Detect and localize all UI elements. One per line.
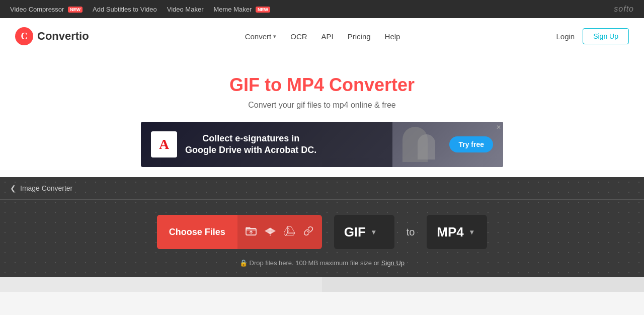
nav-help[interactable]: Help [385, 32, 400, 41]
svg-point-8 [270, 234, 271, 235]
ad-image: Try free ✕ [392, 122, 503, 167]
ad-left: A Collect e-signatures inGoogle Drive wi… [141, 123, 392, 166]
hero-section: GIF to MP4 Converter Convert your gif fi… [0, 54, 644, 177]
new-badge-video-compressor: NEW [68, 7, 83, 13]
hero-title: GIF to MP4 Converter [10, 74, 634, 96]
upload-icons [237, 215, 322, 249]
folder-upload-icon[interactable] [246, 226, 257, 239]
adobe-letter: A [159, 136, 169, 152]
lock-icon: 🔒 [239, 259, 248, 267]
svg-marker-11 [285, 233, 294, 236]
drop-instruction: Drop files here. 100 MB maximum file siz… [250, 259, 380, 267]
from-format-selector[interactable]: GIF ▾ [334, 215, 394, 249]
hero-subtitle: Convert your gif files to mp4 online & f… [10, 101, 634, 110]
converter-section: ❮ Image Converter Choose Files [0, 177, 644, 277]
dropbox-icon[interactable] [265, 226, 276, 239]
try-free-button[interactable]: Try free [449, 136, 493, 152]
ad-title: Collect e-signatures inGoogle Drive with… [185, 133, 316, 156]
bottom-strip-right [322, 277, 644, 292]
to-format-chevron-icon: ▾ [470, 228, 473, 236]
bottom-strip [0, 277, 644, 292]
adobe-logo: A [151, 131, 177, 158]
choose-files-button[interactable]: Choose Files [157, 215, 237, 249]
ad-banner: A Collect e-signatures inGoogle Drive wi… [141, 122, 503, 167]
top-banner-links: Video Compressor NEW Add Subtitles to Vi… [10, 6, 270, 13]
to-format-label: MP4 [437, 224, 463, 240]
top-banner-add-subtitles[interactable]: Add Subtitles to Video [93, 6, 157, 13]
svg-text:C: C [21, 31, 28, 41]
softo-logo: softo [614, 5, 634, 14]
ad-text-block: Collect e-signatures inGoogle Drive with… [185, 133, 316, 156]
nav-convert[interactable]: Convert ▾ [245, 32, 277, 41]
breadcrumb: ❮ Image Converter [0, 177, 644, 200]
top-banner: Video Compressor NEW Add Subtitles to Vi… [0, 0, 644, 18]
drop-zone-text: 🔒 Drop files here. 100 MB maximum file s… [0, 259, 644, 267]
top-banner-meme-maker[interactable]: Meme Maker NEW [213, 6, 270, 13]
convertio-logo-icon: C [15, 27, 33, 45]
breadcrumb-back-icon: ❮ [10, 184, 16, 192]
login-button[interactable]: Login [556, 32, 575, 41]
ad-close-icon[interactable]: ✕ [496, 124, 501, 131]
top-banner-video-compressor[interactable]: Video Compressor NEW [10, 6, 83, 13]
logo-link[interactable]: C Convertio [15, 27, 89, 45]
nav-ocr[interactable]: OCR [290, 32, 307, 41]
nav-pricing[interactable]: Pricing [348, 32, 371, 41]
convert-chevron-icon: ▾ [273, 33, 276, 40]
logo-text: Convertio [37, 30, 89, 43]
signup-button[interactable]: Sign Up [583, 28, 629, 44]
nav-api[interactable]: API [321, 32, 334, 41]
main-nav: Convert ▾ OCR API Pricing Help [245, 32, 400, 41]
from-format-chevron-icon: ▾ [372, 228, 375, 236]
header: C Convertio Convert ▾ OCR API Pricing He… [0, 18, 644, 54]
url-link-icon[interactable] [303, 226, 314, 239]
choose-files-area: Choose Files [157, 215, 322, 249]
nav-right: Login Sign Up [556, 28, 629, 44]
drop-signup-link[interactable]: Sign Up [381, 259, 405, 267]
bottom-strip-left [0, 277, 322, 292]
breadcrumb-label: Image Converter [20, 184, 72, 192]
google-drive-icon[interactable] [284, 226, 295, 239]
converter-main: Choose Files [0, 200, 644, 259]
new-badge-meme-maker: NEW [256, 7, 270, 13]
to-format-selector[interactable]: MP4 ▾ [427, 215, 487, 249]
from-format-label: GIF [344, 224, 366, 240]
top-banner-video-maker[interactable]: Video Maker [167, 6, 204, 13]
svg-marker-9 [287, 226, 295, 233]
to-label: to [407, 226, 415, 238]
